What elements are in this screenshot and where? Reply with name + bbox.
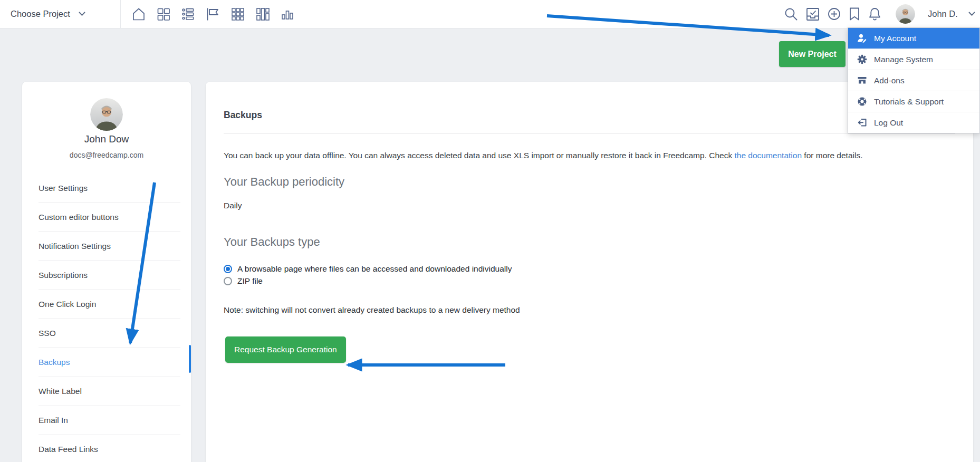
active-item-indicator	[189, 345, 191, 373]
settings-sidebar: John Dow docs@freedcamp.com User Setting…	[22, 82, 191, 462]
settings-menu: User Settings Custom editor buttons Noti…	[39, 174, 180, 462]
sidebar-item-email-in[interactable]: Email In	[39, 406, 180, 435]
sidebar-item-sso[interactable]: SSO	[39, 319, 180, 348]
notifications-bell-icon[interactable]	[867, 6, 882, 22]
menu-item-tutorials-support[interactable]: Tutorials & Support	[848, 91, 979, 112]
freedcamp-app: Choose Project John D. New Proje	[0, 0, 980, 462]
tasks-list-icon[interactable]	[181, 7, 196, 22]
backup-type-options: A browsable page where files can be acce…	[224, 263, 955, 287]
documentation-link[interactable]: the documentation	[734, 151, 802, 160]
sidebar-item-custom-editor-buttons[interactable]: Custom editor buttons	[39, 203, 180, 232]
sidebar-item-backups[interactable]: Backups	[39, 348, 180, 377]
main-navigation	[131, 0, 295, 28]
menu-item-manage-system[interactable]: Manage System	[848, 49, 979, 70]
store-icon	[857, 75, 867, 85]
help-ring-icon	[857, 97, 867, 107]
sidebar-item-white-label[interactable]: White Label	[39, 377, 180, 406]
profile-avatar	[90, 98, 123, 131]
menu-item-add-ons[interactable]: Add-ons	[848, 70, 979, 91]
menu-item-label: Log Out	[874, 118, 903, 128]
option-label: ZIP file	[237, 276, 263, 286]
menu-item-label: My Account	[874, 34, 916, 43]
periodicity-value: Daily	[224, 201, 955, 210]
sidebar-item-data-feed-links[interactable]: Data Feed Links	[39, 435, 180, 462]
page-title: Backups	[224, 82, 955, 120]
sidebar-item-subscriptions[interactable]: Subscriptions	[39, 261, 180, 290]
switch-note: Note: switching will not convert already…	[224, 305, 955, 315]
top-bar: Choose Project John D.	[0, 0, 980, 28]
request-backup-button[interactable]: Request Backup Generation	[225, 336, 346, 363]
search-icon[interactable]	[783, 6, 799, 22]
gear-icon	[857, 54, 867, 64]
radio-zip-file[interactable]	[224, 277, 232, 285]
option-zip-file[interactable]: ZIP file	[224, 275, 955, 287]
user-avatar[interactable]	[896, 4, 915, 24]
intro-text: You can back up your data offline. You c…	[224, 151, 734, 160]
new-project-button[interactable]: New Project	[779, 41, 846, 67]
menu-item-my-account[interactable]: My Account	[848, 28, 979, 49]
user-edit-icon	[857, 33, 867, 43]
kanban-board-icon[interactable]	[255, 7, 270, 22]
option-browsable-page[interactable]: A browsable page where files can be acce…	[224, 263, 955, 275]
my-tasks-icon[interactable]	[805, 6, 821, 22]
topbar-actions: John D.	[783, 0, 975, 28]
user-chevron-down-icon[interactable]	[968, 12, 975, 16]
sidebar-item-user-settings[interactable]: User Settings	[39, 174, 180, 203]
logout-icon	[857, 118, 867, 128]
home-icon[interactable]	[131, 7, 146, 22]
menu-item-log-out[interactable]: Log Out	[848, 112, 979, 133]
backups-intro: You can back up your data offline. You c…	[224, 147, 880, 164]
quick-add-icon[interactable]	[827, 6, 842, 22]
menu-item-label: Manage System	[874, 55, 933, 64]
option-label: A browsable page where files can be acce…	[237, 264, 512, 274]
project-selector[interactable]: Choose Project	[11, 0, 85, 28]
sidebar-item-notification-settings[interactable]: Notification Settings	[39, 232, 180, 261]
reports-chart-icon[interactable]	[280, 7, 295, 22]
radio-browsable-page[interactable]	[224, 265, 232, 273]
sidebar-item-one-click-login[interactable]: One Click Login	[39, 290, 180, 319]
chevron-down-icon	[79, 12, 85, 16]
apps-grid-icon[interactable]	[230, 7, 245, 22]
user-account-menu: My Account Manage System Add-ons Tutoria…	[848, 27, 980, 133]
user-name[interactable]: John D.	[928, 9, 958, 19]
profile-email: docs@freedcamp.com	[22, 151, 191, 159]
intro-suffix: for more details.	[802, 151, 862, 160]
bookmarks-icon[interactable]	[848, 6, 861, 22]
milestones-flag-icon[interactable]	[206, 7, 220, 22]
project-selector-label: Choose Project	[11, 9, 70, 19]
periodicity-heading: Your Backup periodicity	[224, 175, 955, 189]
backups-panel: Backups You can back up your data offlin…	[206, 82, 973, 462]
title-divider	[224, 133, 955, 134]
menu-item-label: Tutorials & Support	[874, 97, 944, 107]
menu-item-label: Add-ons	[874, 76, 905, 85]
dashboard-grid-icon[interactable]	[156, 7, 171, 22]
profile-name: John Dow	[22, 133, 191, 145]
backup-type-heading: Your Backups type	[224, 235, 955, 249]
topbar-divider	[120, 0, 121, 28]
